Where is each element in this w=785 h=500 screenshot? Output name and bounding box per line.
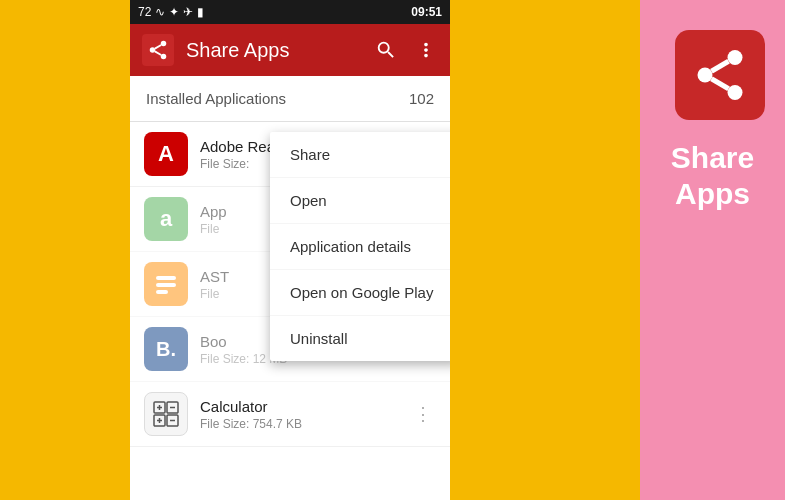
share-icon-large [690,45,750,105]
app-bar-title: Share Apps [186,39,362,62]
app-icon-large [675,30,765,120]
svg-line-8 [155,51,161,55]
menu-share[interactable]: Share [270,132,450,178]
appzapp-icon: a [144,197,188,241]
app-bar-icon [142,34,174,66]
context-menu: Share Open Application details Open on G… [270,132,450,361]
share-icon-small [147,39,169,61]
content-area: Installed Applications 102 A Adobe Reade… [130,76,450,500]
status-bar: 72 ∿ ✦ ✈ ▮ 09:51 [130,0,450,24]
svg-point-1 [698,68,713,83]
svg-point-2 [728,85,743,100]
wifi-icon: ∿ [155,5,165,19]
more-button[interactable] [414,38,438,62]
app-bar-actions [374,38,438,62]
more-icon [415,39,437,61]
app-item-adobe[interactable]: A Adobe Reader File Size: ⋮ Share Open A… [130,122,450,187]
installed-apps-label: Installed Applications [146,90,286,107]
svg-line-9 [155,45,161,49]
booking-icon: B. [144,327,188,371]
app-bar: Share Apps [130,24,450,76]
calculator-size: File Size: 754.7 KB [200,417,410,431]
menu-open[interactable]: Open [270,178,450,224]
menu-uninstall[interactable]: Uninstall [270,316,450,361]
status-left: 72 ∿ ✦ ✈ ▮ [138,5,204,19]
svg-rect-12 [156,290,168,294]
menu-app-details[interactable]: Application details [270,224,450,270]
app-list: A Adobe Reader File Size: ⋮ Share Open A… [130,122,450,500]
calculator-info: Calculator File Size: 754.7 KB [200,398,410,431]
svg-rect-11 [156,283,176,287]
pink-section: Share Apps [640,0,785,500]
adobe-icon: A [144,132,188,176]
signal-strength: 72 [138,5,151,19]
calc-svg [151,399,181,429]
apps-header: Installed Applications 102 [130,76,450,122]
astro-svg [152,270,180,298]
svg-line-3 [711,79,728,89]
app-name-right: Share Apps [640,140,785,212]
airplane-icon: ✈ [183,5,193,19]
calculator-name: Calculator [200,398,410,415]
menu-google-play[interactable]: Open on Google Play [270,270,450,316]
bluetooth-icon: ✦ [169,5,179,19]
phone-frame: 72 ∿ ✦ ✈ ▮ 09:51 Share Apps [130,0,450,500]
status-time: 09:51 [411,5,442,19]
battery-icon: ▮ [197,5,204,19]
calc-icon [144,392,188,436]
apps-count: 102 [409,90,434,107]
svg-point-0 [728,50,743,65]
svg-point-5 [161,41,167,47]
svg-line-4 [711,61,728,71]
app-name-right-text: Share Apps [671,141,754,210]
search-icon [375,39,397,61]
svg-point-7 [161,54,167,59]
svg-point-6 [150,47,156,53]
app-item-calculator[interactable]: Calculator File Size: 754.7 KB ⋮ [130,382,450,447]
astro-icon [144,262,188,306]
search-button[interactable] [374,38,398,62]
svg-rect-10 [156,276,176,280]
calculator-more-button[interactable]: ⋮ [410,399,436,429]
